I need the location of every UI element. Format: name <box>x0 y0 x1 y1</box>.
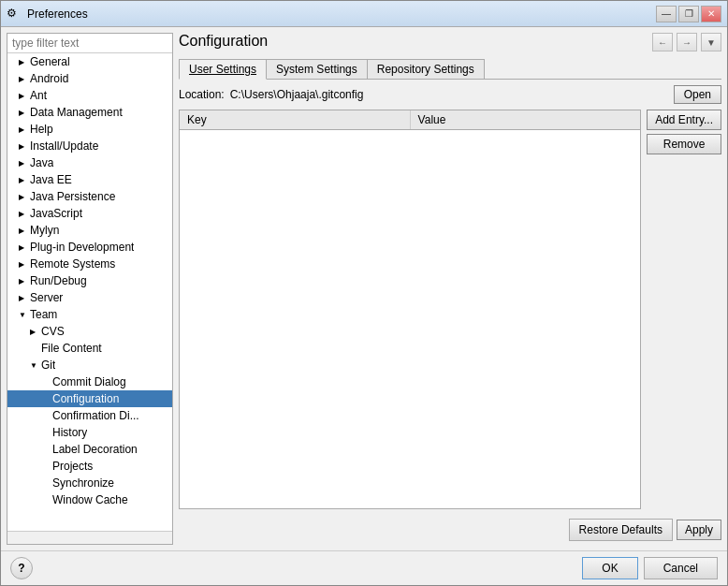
tree-item-history[interactable]: History <box>7 424 172 441</box>
tree-label-run-debug: Run/Debug <box>30 274 87 287</box>
tree-item-label-decoration[interactable]: Label Decoration <box>7 441 172 458</box>
nav-dropdown-button[interactable]: ▼ <box>701 33 721 51</box>
tree-label-git: Git <box>41 359 55 372</box>
window-icon: ⚙ <box>7 7 22 22</box>
back-button[interactable]: ← <box>652 33 673 51</box>
tree-area: GeneralAndroidAntData ManagementHelpInst… <box>7 53 172 531</box>
tree-label-general: General <box>30 55 70 68</box>
tree-arrow-git <box>30 361 41 370</box>
tab-system-settings[interactable]: System Settings <box>266 59 368 80</box>
tree-label-java-ee: Java EE <box>30 173 72 186</box>
tree-arrow-java-persistence <box>19 193 30 201</box>
tree-label-javascript: JavaScript <box>30 207 82 220</box>
horizontal-scrollbar[interactable] <box>7 531 172 544</box>
tree-arrow-cvs <box>30 328 41 336</box>
ok-button[interactable]: OK <box>582 557 637 579</box>
tree-label-commit-dialog: Commit Dialog <box>52 375 126 388</box>
cancel-button[interactable]: Cancel <box>644 557 718 579</box>
tree-arrow-install-update <box>19 142 30 151</box>
tree-arrow-java-ee <box>19 176 30 184</box>
preferences-dialog: ⚙ Preferences — ❐ ✕ GeneralAndroidAntDat… <box>0 0 728 586</box>
filter-input[interactable] <box>7 34 172 53</box>
tree-label-android: Android <box>30 72 68 85</box>
tree-arrow-help <box>19 125 30 134</box>
tree-arrow-java <box>19 159 30 168</box>
restore-button[interactable]: ❐ <box>678 6 699 22</box>
tree-label-file-content: File Content <box>41 342 102 355</box>
tree-item-help[interactable]: Help <box>7 121 172 138</box>
tree-item-java-ee[interactable]: Java EE <box>7 171 172 188</box>
location-value: C:\Users\Ohjaaja\.gitconfig <box>230 88 668 101</box>
tree-label-window-cache: Window Cache <box>52 493 128 506</box>
left-panel: GeneralAndroidAntData ManagementHelpInst… <box>7 33 173 545</box>
tree-label-confirmation-di: Confirmation Di... <box>52 409 139 422</box>
open-button[interactable]: Open <box>674 85 721 104</box>
right-panel: Configuration ← → ▼ User SettingsSystem … <box>179 33 721 545</box>
tree-arrow-team <box>19 311 30 319</box>
tree-item-confirmation-di[interactable]: Confirmation Di... <box>7 407 172 424</box>
location-label: Location: <box>179 88 225 101</box>
table-area: Key Value Add Entry... Remove <box>179 110 721 509</box>
tree-item-general[interactable]: General <box>7 53 172 70</box>
tree-item-data-management[interactable]: Data Management <box>7 104 172 121</box>
tree-item-configuration[interactable]: Configuration <box>7 390 172 407</box>
tree-arrow-plugin-development <box>19 243 30 252</box>
tree-item-java[interactable]: Java <box>7 154 172 171</box>
tree-item-plugin-development[interactable]: Plug-in Development <box>7 239 172 256</box>
tree-arrow-android <box>19 75 30 83</box>
tree-item-android[interactable]: Android <box>7 70 172 87</box>
tree-item-file-content[interactable]: File Content <box>7 340 172 357</box>
apply-button[interactable]: Apply <box>677 520 721 540</box>
tree-label-help: Help <box>30 123 53 136</box>
tree-label-label-decoration: Label Decoration <box>52 443 138 456</box>
tree-item-mylyn[interactable]: Mylyn <box>7 222 172 239</box>
tree-item-synchronize[interactable]: Synchronize <box>7 475 172 491</box>
tree-item-cvs[interactable]: CVS <box>7 323 172 340</box>
tab-repository-settings[interactable]: Repository Settings <box>367 59 485 80</box>
tree-label-java-persistence: Java Persistence <box>30 190 115 203</box>
forward-button[interactable]: → <box>677 33 697 51</box>
close-button[interactable]: ✕ <box>701 6 721 22</box>
tree-item-install-update[interactable]: Install/Update <box>7 138 172 154</box>
tree-item-commit-dialog[interactable]: Commit Dialog <box>7 374 172 390</box>
tree-label-mylyn: Mylyn <box>30 224 59 237</box>
tree-arrow-mylyn <box>19 227 30 235</box>
remove-button[interactable]: Remove <box>647 134 721 154</box>
tree-label-install-update: Install/Update <box>30 139 98 153</box>
tree-item-ant[interactable]: Ant <box>7 87 172 104</box>
tree-item-javascript[interactable]: JavaScript <box>7 205 172 222</box>
value-column-header: Value <box>411 110 641 129</box>
tree-label-ant: Ant <box>30 89 47 102</box>
window-title: Preferences <box>27 7 656 21</box>
help-button[interactable]: ? <box>10 557 33 579</box>
tree-label-history: History <box>52 426 87 439</box>
tree-label-projects: Projects <box>52 460 93 473</box>
bottom-bar: ? OK Cancel <box>1 550 727 585</box>
tree-item-java-persistence[interactable]: Java Persistence <box>7 188 172 205</box>
tree-arrow-ant <box>19 92 30 100</box>
tree-item-projects[interactable]: Projects <box>7 458 172 475</box>
tree-arrow-remote-systems <box>19 260 30 269</box>
tree-item-run-debug[interactable]: Run/Debug <box>7 272 172 289</box>
tree-label-data-management: Data Management <box>30 106 123 119</box>
tree-label-team: Team <box>30 308 57 321</box>
add-entry-button[interactable]: Add Entry... <box>647 110 721 130</box>
tree-item-team[interactable]: Team <box>7 306 172 323</box>
tree-arrow-data-management <box>19 109 30 117</box>
tree-item-window-cache[interactable]: Window Cache <box>7 491 172 508</box>
tab-user-settings[interactable]: User Settings <box>179 59 267 80</box>
tree-item-git[interactable]: Git <box>7 357 172 374</box>
tree-item-remote-systems[interactable]: Remote Systems <box>7 256 172 272</box>
restore-defaults-button[interactable]: Restore Defaults <box>569 519 673 541</box>
page-title: Configuration <box>179 33 268 50</box>
content-bottom: Restore Defaults Apply <box>179 515 721 545</box>
title-bar-buttons: — ❐ ✕ <box>656 6 721 22</box>
tree-label-configuration: Configuration <box>52 392 119 405</box>
tabs-row: User SettingsSystem SettingsRepository S… <box>179 59 721 80</box>
table-body <box>180 130 640 508</box>
minimize-button[interactable]: — <box>656 6 677 22</box>
table-header: Key Value <box>180 110 640 130</box>
tree-item-server[interactable]: Server <box>7 289 172 306</box>
tree-arrow-server <box>19 294 30 302</box>
tree-label-synchronize: Synchronize <box>52 476 114 490</box>
